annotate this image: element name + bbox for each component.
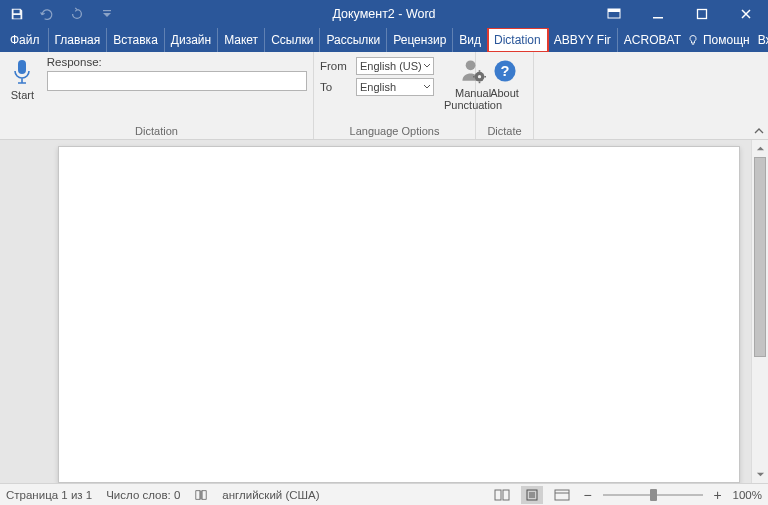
scroll-down-button[interactable] xyxy=(752,466,768,483)
tab-review[interactable]: Рецензир xyxy=(387,28,453,52)
start-button[interactable]: Start xyxy=(6,56,39,101)
tab-design[interactable]: Дизайн xyxy=(165,28,218,52)
zoom-slider-knob[interactable] xyxy=(650,489,657,501)
zoom-slider[interactable] xyxy=(603,494,703,496)
svg-rect-17 xyxy=(503,490,509,500)
status-bar: Страница 1 из 1 Число слов: 0 английский… xyxy=(0,483,768,505)
svg-rect-2 xyxy=(608,9,620,12)
chevron-down-icon xyxy=(423,83,431,91)
svg-point-7 xyxy=(466,60,476,70)
book-icon xyxy=(194,488,208,502)
scroll-track[interactable] xyxy=(752,157,768,466)
scroll-thumb[interactable] xyxy=(754,157,766,357)
group-label-dictate: Dictate xyxy=(482,124,527,138)
tab-abbyy[interactable]: ABBYY Fir xyxy=(548,28,618,52)
svg-rect-6 xyxy=(18,60,26,74)
window-title: Документ2 - Word xyxy=(332,7,435,21)
status-word-count[interactable]: Число слов: 0 xyxy=(106,489,180,501)
svg-text:?: ? xyxy=(500,63,509,79)
status-language[interactable]: английский (США) xyxy=(222,489,319,501)
svg-rect-3 xyxy=(653,17,663,19)
status-page[interactable]: Страница 1 из 1 xyxy=(6,489,92,501)
svg-rect-22 xyxy=(555,490,569,500)
ribbon-display-options-button[interactable] xyxy=(592,0,636,28)
tab-acrobat[interactable]: ACROBAT xyxy=(618,28,687,52)
signin-button[interactable]: Вход xyxy=(758,33,768,47)
group-label-language: Language Options xyxy=(320,124,469,138)
from-label: From xyxy=(320,60,350,72)
tabs-right-cluster: Помощн Вход Общий доступ xyxy=(687,28,768,52)
qat-customize-button[interactable] xyxy=(94,1,120,27)
view-web-layout-button[interactable] xyxy=(551,486,573,504)
window-controls xyxy=(592,0,768,28)
svg-rect-0 xyxy=(103,10,111,11)
question-icon: ? xyxy=(492,58,518,84)
document-area xyxy=(0,140,768,483)
zoom-out-button[interactable]: − xyxy=(581,490,595,500)
collapse-ribbon-button[interactable] xyxy=(750,52,768,139)
status-proofing[interactable] xyxy=(194,488,208,502)
tell-me-button[interactable]: Помощн xyxy=(687,33,750,47)
quick-access-toolbar xyxy=(0,1,120,27)
response-field-wrap: Response: xyxy=(47,56,307,91)
svg-rect-16 xyxy=(495,490,501,500)
ribbon: Start Response: Dictation From English (… xyxy=(0,52,768,140)
group-language-options: From English (US) To English xyxy=(314,52,476,139)
response-label: Response: xyxy=(47,56,307,68)
tab-layout[interactable]: Макет xyxy=(218,28,265,52)
group-dictation: Start Response: Dictation xyxy=(0,52,314,139)
tab-references[interactable]: Ссылки xyxy=(265,28,320,52)
tab-home[interactable]: Главная xyxy=(49,28,108,52)
maximize-button[interactable] xyxy=(680,0,724,28)
minimize-button[interactable] xyxy=(636,0,680,28)
save-button[interactable] xyxy=(4,1,30,27)
to-language-select[interactable]: English xyxy=(356,78,434,96)
chevron-down-icon xyxy=(423,62,431,70)
redo-button[interactable] xyxy=(64,1,90,27)
group-dictate: ? About Dictate xyxy=(476,52,534,139)
chevron-up-icon xyxy=(753,125,765,137)
tab-mailings[interactable]: Рассылки xyxy=(320,28,387,52)
about-button[interactable]: ? About xyxy=(483,56,527,99)
read-mode-icon xyxy=(494,489,510,501)
from-language-select[interactable]: English (US) xyxy=(356,57,434,75)
title-bar: Документ2 - Word xyxy=(0,0,768,28)
zoom-level[interactable]: 100% xyxy=(733,489,762,501)
page-viewport[interactable] xyxy=(0,140,751,483)
tab-view[interactable]: Вид xyxy=(453,28,488,52)
view-read-mode-button[interactable] xyxy=(491,486,513,504)
lightbulb-icon xyxy=(687,34,699,46)
scroll-up-button[interactable] xyxy=(752,140,768,157)
group-label-dictation: Dictation xyxy=(6,124,307,138)
svg-rect-4 xyxy=(698,10,707,19)
document-page[interactable] xyxy=(58,146,740,483)
microphone-icon xyxy=(12,58,32,86)
response-input[interactable] xyxy=(47,71,307,91)
to-label: To xyxy=(320,81,350,93)
print-layout-icon xyxy=(525,489,539,501)
zoom-in-button[interactable]: + xyxy=(711,490,725,500)
tab-dictation[interactable]: Dictation xyxy=(488,28,548,52)
close-button[interactable] xyxy=(724,0,768,28)
undo-button[interactable] xyxy=(34,1,60,27)
web-layout-icon xyxy=(554,489,570,501)
ribbon-tabs: Файл Главная Вставка Дизайн Макет Ссылки… xyxy=(0,28,768,52)
tab-file[interactable]: Файл xyxy=(2,28,49,52)
view-print-layout-button[interactable] xyxy=(521,486,543,504)
tab-insert[interactable]: Вставка xyxy=(107,28,165,52)
vertical-scrollbar[interactable] xyxy=(751,140,768,483)
